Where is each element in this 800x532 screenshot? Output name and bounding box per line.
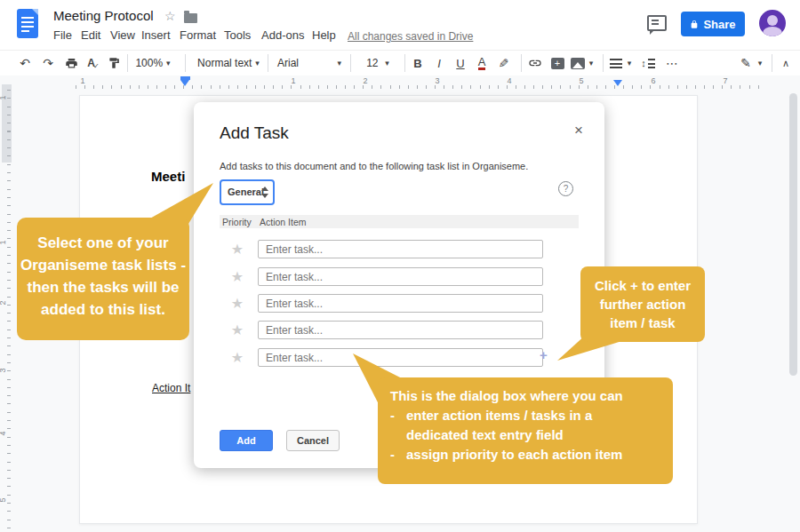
priority-star-icon[interactable]: ★ bbox=[229, 241, 245, 257]
menu-format[interactable]: Format bbox=[180, 28, 216, 42]
spellcheck-icon[interactable]: A✓ bbox=[84, 51, 103, 75]
italic-icon[interactable]: I bbox=[430, 51, 448, 75]
priority-star-icon[interactable]: ★ bbox=[229, 349, 245, 365]
toolbar: ↶ ↷ A✓ 100% ▾ Normal text ▾ Arial▾ 12 ▾ … bbox=[0, 50, 800, 77]
menu-help[interactable]: Help bbox=[312, 28, 336, 42]
task-list-select[interactable]: General bbox=[220, 179, 275, 205]
line-spacing-icon[interactable]: ↕ bbox=[636, 51, 660, 75]
menu-insert[interactable]: Insert bbox=[141, 28, 171, 42]
save-status[interactable]: All changes saved in Drive bbox=[348, 30, 473, 43]
cancel-button[interactable]: Cancel bbox=[286, 430, 340, 451]
priority-star-icon[interactable]: ★ bbox=[229, 268, 245, 284]
ruler-number: 6 bbox=[651, 76, 655, 85]
dialog-title: Add Task bbox=[220, 123, 289, 143]
task-table-header: Priority Action Item bbox=[220, 215, 579, 228]
undo-icon[interactable]: ↶ bbox=[16, 51, 34, 75]
bold-icon[interactable]: B bbox=[409, 51, 427, 75]
action-item-column-header: Action Item bbox=[260, 217, 307, 227]
callout-intro: This is the dialog box where you can bbox=[390, 386, 660, 406]
menu-file[interactable]: File bbox=[53, 28, 72, 42]
ruler-number: 3 bbox=[435, 76, 439, 85]
add-comment-icon[interactable]: + bbox=[548, 51, 566, 75]
star-document-icon[interactable]: ☆ bbox=[164, 9, 176, 23]
task-list-selected-value: General bbox=[228, 187, 264, 197]
spinner-down-icon bbox=[261, 194, 268, 198]
close-icon[interactable]: × bbox=[574, 122, 583, 139]
priority-star-icon[interactable]: ★ bbox=[229, 322, 245, 337]
lock-icon bbox=[690, 19, 699, 30]
insert-link-icon[interactable] bbox=[525, 51, 545, 75]
vertical-ruler bbox=[7, 90, 11, 532]
callout-dialog-explain: This is the dialog box where you can - e… bbox=[378, 377, 673, 484]
editing-mode-dropdown[interactable]: ▾ bbox=[756, 51, 764, 75]
task-input-1[interactable] bbox=[258, 240, 543, 258]
ruler-number: 1 bbox=[80, 76, 84, 85]
ruler-number: 5 bbox=[579, 76, 583, 85]
redo-icon[interactable]: ↷ bbox=[39, 51, 57, 75]
task-input-2[interactable] bbox=[258, 267, 543, 286]
comments-icon[interactable] bbox=[647, 15, 667, 31]
doc-text-fragment: Action It bbox=[152, 382, 190, 394]
align-dropdown[interactable]: ▾ bbox=[625, 51, 634, 75]
paint-format-icon[interactable] bbox=[105, 51, 123, 75]
ruler-number: 4 bbox=[507, 76, 511, 85]
text-color-icon[interactable]: A bbox=[473, 51, 491, 75]
ruler-number: 5 bbox=[0, 497, 7, 502]
priority-column-header: Priority bbox=[222, 217, 252, 227]
font-family-select[interactable]: Arial▾ bbox=[274, 51, 345, 75]
align-icon[interactable] bbox=[608, 51, 624, 75]
insert-image-icon[interactable] bbox=[569, 51, 587, 75]
ruler-number: 2 bbox=[0, 300, 7, 305]
scrollbar-thumb[interactable] bbox=[789, 93, 797, 376]
menu-edit[interactable]: Edit bbox=[81, 28, 100, 42]
ruler-number: 1 bbox=[291, 76, 295, 85]
account-avatar[interactable] bbox=[759, 10, 786, 36]
horizontal-ruler bbox=[76, 85, 766, 89]
help-icon[interactable]: ? bbox=[558, 181, 573, 196]
task-input-5[interactable] bbox=[258, 348, 543, 367]
ruler-number: 1 bbox=[0, 240, 7, 244]
highlight-color-icon[interactable]: ✎ bbox=[494, 51, 512, 75]
left-indent-marker[interactable] bbox=[180, 80, 189, 86]
ruler-number: 7 bbox=[723, 76, 727, 85]
underline-icon[interactable]: U bbox=[452, 51, 469, 75]
editing-mode-icon[interactable]: ✎ bbox=[738, 51, 754, 75]
print-icon[interactable] bbox=[62, 51, 80, 75]
more-toolbar-icon[interactable]: ⋯ bbox=[663, 51, 681, 75]
zoom-select[interactable]: 100% ▾ bbox=[133, 51, 172, 75]
share-label: Share bbox=[703, 18, 735, 31]
move-folder-icon[interactable] bbox=[184, 13, 197, 23]
doc-heading-fragment: Meeti bbox=[151, 169, 185, 184]
share-button[interactable]: Share bbox=[681, 12, 745, 36]
priority-star-icon[interactable]: ★ bbox=[229, 295, 245, 311]
task-input-3[interactable] bbox=[258, 294, 543, 313]
collapse-toolbar-icon[interactable]: ∧ bbox=[777, 51, 795, 75]
paragraph-style-select[interactable]: Normal text ▾ bbox=[192, 51, 265, 75]
ruler-number: 3 bbox=[0, 368, 7, 372]
google-docs-window: Meeting Protocol ☆ File Edit View Insert… bbox=[0, 0, 800, 532]
dialog-description: Add tasks to this document and to the fo… bbox=[220, 161, 528, 171]
document-title[interactable]: Meeting Protocol bbox=[53, 8, 154, 23]
menu-addons[interactable]: Add-ons bbox=[261, 28, 304, 42]
menu-tools[interactable]: Tools bbox=[224, 28, 251, 42]
font-size-select[interactable]: 12 ▾ bbox=[357, 51, 398, 75]
add-row-plus-icon[interactable]: + bbox=[540, 347, 548, 362]
spinner-up-icon bbox=[261, 187, 268, 191]
menu-view[interactable]: View bbox=[110, 28, 135, 42]
ruler-number: 1 bbox=[0, 95, 7, 99]
callout-select-task-list: Select one of your Organiseme task lists… bbox=[17, 218, 189, 340]
add-button[interactable]: Add bbox=[220, 430, 273, 451]
callout-click-plus: Click + to enter further action item / t… bbox=[580, 266, 705, 342]
docs-logo-icon[interactable] bbox=[17, 9, 38, 38]
logo-fold bbox=[32, 9, 38, 15]
ruler-number: 4 bbox=[0, 431, 7, 435]
insert-image-dropdown[interactable]: ▾ bbox=[587, 51, 596, 75]
task-input-4[interactable] bbox=[258, 321, 543, 339]
right-indent-marker[interactable] bbox=[613, 80, 622, 86]
ruler-number: 2 bbox=[363, 76, 367, 85]
